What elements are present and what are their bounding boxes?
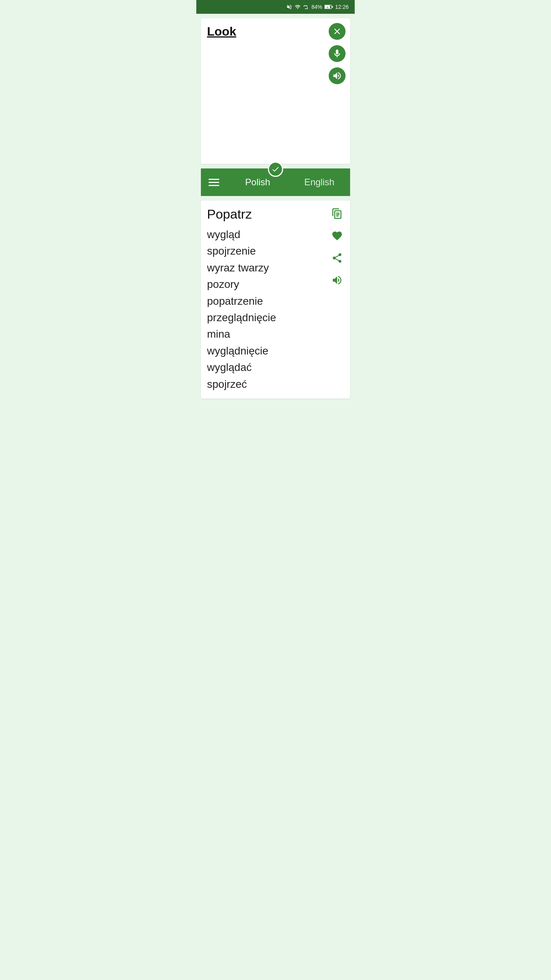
time-text: 12:26 xyxy=(335,4,349,10)
close-icon xyxy=(332,26,342,36)
signal-icon xyxy=(303,4,309,10)
clear-button[interactable] xyxy=(329,23,346,40)
battery-icon xyxy=(324,5,333,9)
speaker-button[interactable] xyxy=(329,67,346,84)
microphone-icon xyxy=(332,49,342,59)
speak-button[interactable] xyxy=(329,272,346,289)
input-word[interactable]: Look xyxy=(207,24,236,39)
svg-rect-4 xyxy=(336,214,340,215)
checkmark-icon xyxy=(271,165,280,173)
microphone-button[interactable] xyxy=(329,45,346,62)
list-item: wyglądać xyxy=(207,359,344,376)
list-item: popatrzenie xyxy=(207,293,344,309)
svg-rect-3 xyxy=(336,213,340,214)
mute-icon xyxy=(286,4,292,10)
input-panel: Look xyxy=(201,18,350,164)
menu-button[interactable] xyxy=(201,179,227,186)
share-icon xyxy=(331,252,343,264)
volume-icon xyxy=(332,71,342,81)
hamburger-icon xyxy=(209,179,219,186)
input-actions xyxy=(329,23,346,84)
check-circle[interactable] xyxy=(268,162,283,177)
list-item: wyglądnięcie xyxy=(207,343,344,359)
list-item: wygląd xyxy=(207,226,344,243)
battery-text: 84% xyxy=(311,4,322,10)
source-language[interactable]: Polish xyxy=(227,177,289,188)
volume-up-icon xyxy=(331,274,343,286)
favorite-button[interactable] xyxy=(329,227,346,244)
svg-rect-2 xyxy=(332,6,333,8)
list-item: spojrzeć xyxy=(207,376,344,392)
list-item: mina xyxy=(207,326,344,342)
list-item: pozory xyxy=(207,276,344,292)
results-panel: Popatrz xyxy=(201,201,350,399)
main-translation: Popatrz xyxy=(207,207,344,222)
heart-icon xyxy=(331,230,343,242)
language-bar: Polish English xyxy=(201,168,350,196)
svg-rect-5 xyxy=(336,216,339,217)
target-language[interactable]: English xyxy=(289,177,350,188)
status-bar: 84% 12:26 xyxy=(196,0,355,14)
list-item: spojrzenie xyxy=(207,243,344,259)
list-item: wyraz twarzy xyxy=(207,260,344,276)
status-icons: 84% 12:26 xyxy=(286,4,349,10)
copy-icon xyxy=(331,208,343,219)
translations-list: wyglądspojrzeniewyraz twarzypozorypopatr… xyxy=(207,226,344,392)
copy-button[interactable] xyxy=(329,205,346,222)
share-button[interactable] xyxy=(329,250,346,266)
list-item: przeglądnięcie xyxy=(207,309,344,326)
result-actions xyxy=(329,205,346,289)
wifi-icon xyxy=(295,4,301,10)
